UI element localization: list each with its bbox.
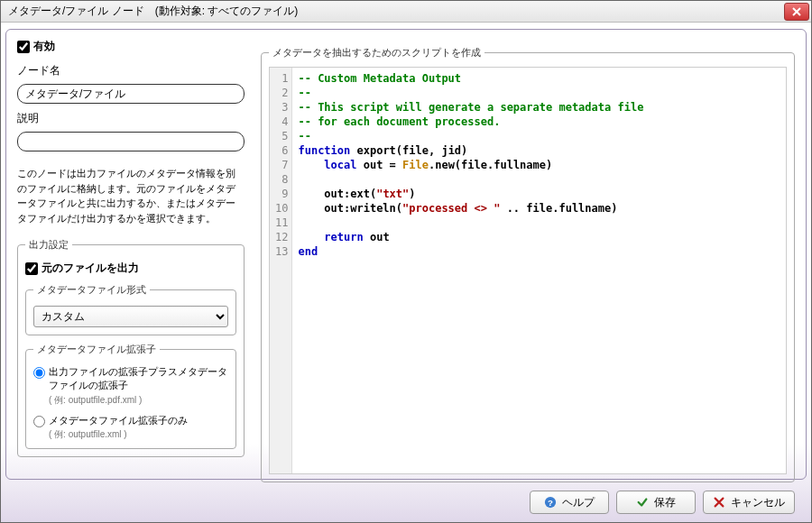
ext-radio-only-label: メタデータファイル拡張子のみ [49,414,188,427]
right-panel: メタデータを抽出するためのスクリプトを作成 12345678910111213 … [261,35,795,482]
description-input[interactable] [17,132,245,151]
ext-radio-only[interactable] [33,416,45,427]
format-select[interactable]: カスタム [33,306,228,327]
help-button[interactable]: ? ヘルプ [530,491,609,514]
titlebar: メタデータ/ファイル ノード (動作対象: すべてのファイル) [1,1,811,23]
close-button[interactable] [784,3,809,21]
save-button-label: 保存 [654,495,676,510]
help-paragraph: このノードは出力ファイルのメタデータ情報を別のファイルに格納します。元のファイル… [17,166,245,225]
help-icon: ? [544,496,557,509]
description-label: 説明 [17,111,245,126]
window-title: メタデータ/ファイル ノード (動作対象: すべてのファイル) [8,4,298,19]
help-button-label: ヘルプ [562,495,595,510]
nodename-input[interactable] [17,84,245,104]
code-editor[interactable]: 12345678910111213 -- Custom Metadata Out… [269,67,787,474]
output-original-label: 元のファイルを出力 [42,261,139,276]
nodename-label: ノード名 [17,63,245,78]
ext-radio-plus[interactable] [33,367,45,379]
enabled-checkbox[interactable] [17,41,30,53]
output-settings-fieldset: 出力設定 元のファイルを出力 メタデータファイル形式 カスタム メタデータファイ… [17,238,245,457]
dialog-footer: ? ヘルプ 保存 キャンセル [1,482,811,522]
extension-fieldset: メタデータファイル拡張子 出力ファイルの拡張子プラスメタデータファイルの拡張子 … [25,343,236,449]
close-icon [792,7,801,16]
code-gutter: 12345678910111213 [270,68,292,473]
ext-radio-plus-example: ( 例: outputfile.pdf.xml ) [49,394,228,407]
output-settings-legend: 出力設定 [25,238,72,252]
ext-radio-only-example: ( 例: outputfile.xml ) [49,428,228,441]
dialog-window: メタデータ/ファイル ノード (動作対象: すべてのファイル) 有効 ノード名 … [0,0,812,523]
svg-text:?: ? [548,498,553,508]
cancel-icon [713,496,725,509]
left-panel: 有効 ノード名 説明 このノードは出力ファイルのメタデータ情報を別のファイルに格… [17,35,245,482]
format-legend: メタデータファイル形式 [33,283,150,297]
output-original-checkbox[interactable] [25,262,38,275]
cancel-button-label: キャンセル [731,495,785,510]
extension-legend: メタデータファイル拡張子 [33,343,160,356]
check-icon [636,496,649,509]
format-fieldset: メタデータファイル形式 カスタム [25,283,236,335]
code-lines: -- Custom Metadata Output---- This scrip… [292,68,649,473]
enabled-label: 有効 [33,39,55,54]
ext-radio-plus-label: 出力ファイルの拡張子プラスメタデータファイルの拡張子 [49,365,228,393]
script-fieldset: メタデータを抽出するためのスクリプトを作成 12345678910111213 … [261,46,795,482]
script-legend: メタデータを抽出するためのスクリプトを作成 [269,46,484,60]
cancel-button[interactable]: キャンセル [703,491,795,514]
save-button[interactable]: 保存 [616,491,696,514]
